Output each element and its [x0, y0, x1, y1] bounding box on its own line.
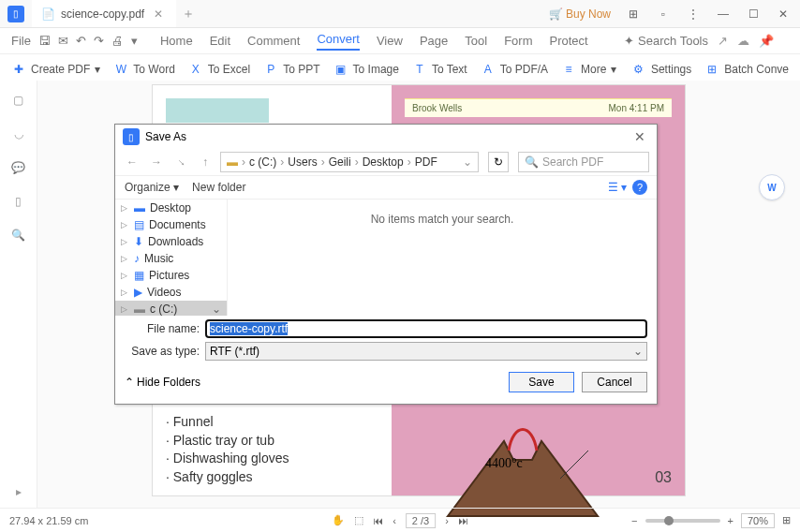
cancel-button[interactable]: Cancel: [582, 372, 647, 392]
tree-item[interactable]: ▷⬇Downloads: [115, 233, 227, 250]
chevron-right-icon[interactable]: ▷: [121, 254, 127, 263]
breadcrumb-dropdown-icon[interactable]: ⌄: [463, 155, 472, 169]
refresh-button[interactable]: ↻: [488, 152, 509, 172]
widget-icon[interactable]: ⊞: [620, 3, 646, 25]
to-excel-button[interactable]: XTo Excel: [188, 62, 250, 77]
page-indicator[interactable]: 2 /3: [406, 513, 436, 528]
breadcrumb-item[interactable]: Desktop: [363, 155, 404, 169]
file-name-input[interactable]: [205, 319, 647, 338]
zoom-slider[interactable]: [645, 519, 720, 523]
document-tab[interactable]: 📄 science-copy.pdf ✕: [32, 0, 176, 27]
slider-thumb[interactable]: [664, 516, 674, 525]
tree-item[interactable]: ▷▦Pictures: [115, 267, 227, 284]
tab-home[interactable]: Home: [160, 34, 193, 48]
tab-convert[interactable]: Convert: [317, 32, 360, 51]
last-page-button[interactable]: ⏭: [458, 515, 468, 526]
select-tool-icon[interactable]: ⬚: [354, 514, 363, 526]
thumbnail-panel-icon[interactable]: ▢: [13, 94, 23, 107]
tab-protect[interactable]: Protect: [549, 34, 587, 48]
save-icon[interactable]: 🖫: [38, 34, 51, 48]
print-icon[interactable]: 🖨: [111, 34, 124, 48]
zoom-out-button[interactable]: −: [631, 515, 637, 526]
back-button[interactable]: ←: [123, 153, 141, 171]
mail-icon[interactable]: ✉: [58, 34, 68, 48]
quickbar-more-icon[interactable]: ▾: [131, 34, 138, 48]
close-tab-icon[interactable]: ✕: [150, 7, 167, 21]
to-word-button[interactable]: WTo Word: [113, 62, 174, 77]
sticky-note[interactable]: Brook Wells Mon 4:11 PM: [405, 98, 672, 117]
breadcrumb-item[interactable]: c (C:): [249, 155, 276, 169]
file-list-area[interactable]: No items match your search.: [228, 200, 657, 316]
prev-page-button[interactable]: ‹: [393, 515, 396, 526]
help-button[interactable]: ?: [632, 180, 647, 195]
tab-tool[interactable]: Tool: [465, 34, 487, 48]
up-button[interactable]: ↑: [196, 153, 215, 171]
breadcrumb-item[interactable]: Users: [288, 155, 317, 169]
search-tools[interactable]: ✦ Search Tools: [624, 34, 708, 48]
address-breadcrumb[interactable]: ▬ › c (C:)› Users› Geili› Desktop› PDF ⌄: [220, 152, 479, 172]
bookmark-panel-icon[interactable]: ◡: [14, 127, 23, 140]
tab-form[interactable]: Form: [504, 34, 532, 48]
tree-item[interactable]: ▷♪Music: [115, 250, 227, 267]
new-tab-button[interactable]: ＋: [182, 6, 195, 22]
tab-page[interactable]: Page: [420, 34, 448, 48]
to-ppt-button[interactable]: PTo PPT: [263, 62, 319, 77]
file-menu[interactable]: File: [11, 34, 31, 48]
breadcrumb-item[interactable]: Geili: [329, 155, 351, 169]
first-page-button[interactable]: ⏮: [373, 515, 383, 526]
chevron-right-icon[interactable]: ▷: [121, 304, 127, 314]
tab-comment[interactable]: Comment: [247, 34, 300, 48]
folder-search-input[interactable]: 🔍 Search PDF: [518, 152, 649, 172]
kebab-menu-icon[interactable]: ⋮: [680, 3, 706, 25]
cloud-icon[interactable]: ☁: [737, 34, 749, 48]
attachment-panel-icon[interactable]: ▯: [15, 195, 22, 208]
tab-edit[interactable]: Edit: [210, 34, 230, 48]
chevron-right-icon[interactable]: ▷: [121, 220, 127, 229]
undo-icon[interactable]: ↶: [76, 34, 86, 48]
hand-tool-icon[interactable]: ✋: [332, 514, 345, 526]
more-button[interactable]: ≡More ▾: [561, 62, 616, 77]
chevron-right-icon[interactable]: ▷: [121, 271, 127, 280]
settings-button[interactable]: ⚙Settings: [631, 62, 691, 77]
zoom-level[interactable]: 70%: [741, 513, 775, 528]
pin-icon[interactable]: 📌: [759, 34, 774, 48]
chevron-right-icon[interactable]: ▷: [121, 288, 127, 297]
close-window-button[interactable]: ✕: [770, 3, 796, 25]
chevron-down-icon[interactable]: ⌄: [212, 303, 221, 316]
tab-view[interactable]: View: [377, 34, 403, 48]
to-image-button[interactable]: ▣To Image: [333, 62, 399, 77]
tree-item[interactable]: ▷▶Videos: [115, 284, 227, 301]
fit-page-button[interactable]: ⊞: [782, 514, 791, 526]
save-type-dropdown[interactable]: RTF (*.rtf) ⌄: [205, 342, 647, 361]
app-menu-icon[interactable]: ▫: [650, 3, 676, 25]
zoom-in-button[interactable]: +: [728, 515, 733, 526]
organize-dropdown[interactable]: Organize ▾: [125, 181, 179, 194]
create-pdf-button[interactable]: ✚Create PDF ▾: [11, 62, 100, 77]
tree-item[interactable]: ▷▤Documents: [115, 216, 227, 233]
breadcrumb-item[interactable]: PDF: [415, 155, 437, 169]
tree-item[interactable]: ▷▬Desktop: [115, 200, 227, 216]
batch-convert-button[interactable]: ⊞Batch Conve: [704, 62, 789, 77]
forward-button[interactable]: →: [147, 153, 166, 171]
view-options-button[interactable]: ☰ ▾: [608, 181, 627, 194]
external-link-icon[interactable]: ↗: [718, 34, 728, 48]
folder-tree[interactable]: ▷▬Desktop ▷▤Documents ▷⬇Downloads ▷♪Musi…: [115, 200, 228, 316]
chevron-right-icon[interactable]: ▷: [121, 203, 127, 213]
expand-sidebar-icon[interactable]: ▸: [16, 485, 22, 498]
next-page-button[interactable]: ›: [445, 515, 449, 526]
comment-panel-icon[interactable]: 💬: [11, 161, 25, 174]
dialog-close-button[interactable]: ✕: [630, 129, 649, 144]
chevron-right-icon[interactable]: ▷: [121, 237, 127, 246]
hide-folders-toggle[interactable]: ⌃Hide Folders: [125, 376, 200, 389]
save-button[interactable]: Save: [509, 372, 574, 392]
maximize-button[interactable]: ☐: [740, 3, 766, 25]
buy-now-link[interactable]: 🛒 Buy Now: [543, 7, 616, 21]
tree-item-selected[interactable]: ▷▬c (C:)⌄: [115, 301, 227, 316]
minimize-button[interactable]: —: [710, 3, 736, 25]
new-folder-button[interactable]: New folder: [192, 181, 245, 194]
quick-word-convert-button[interactable]: W: [759, 174, 785, 200]
redo-icon[interactable]: ↷: [94, 34, 104, 48]
to-text-button[interactable]: TTo Text: [412, 62, 467, 77]
to-pdfa-button[interactable]: ATo PDF/A: [481, 62, 548, 77]
recent-locations-dropdown[interactable]: ↓: [168, 149, 194, 175]
